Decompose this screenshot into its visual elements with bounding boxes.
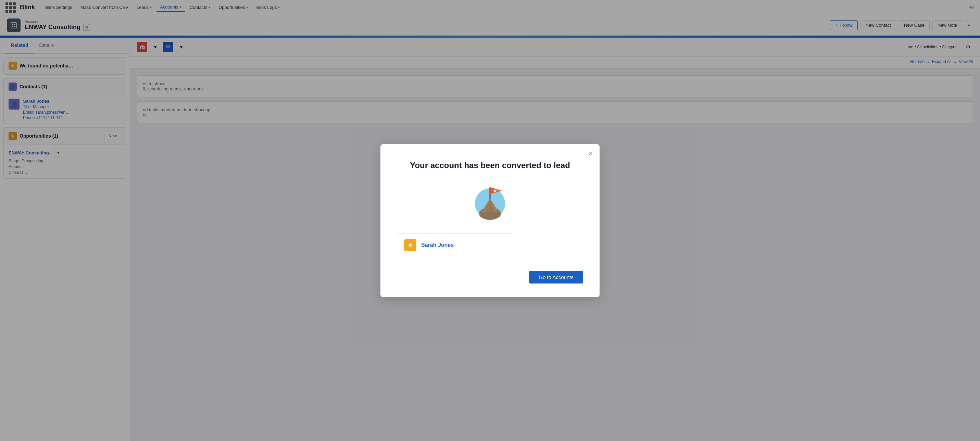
modal-footer: Go to Accounts (397, 271, 583, 283)
modal-close-button[interactable]: × (588, 150, 593, 157)
conversion-modal: × Your account has been converted to lea… (380, 144, 600, 297)
modal-title: Your account has been converted to lead (397, 161, 583, 170)
lead-avatar-icon: ★ (404, 239, 416, 251)
modal-illustration: ★ (397, 181, 583, 222)
go-to-accounts-button[interactable]: Go to Accounts (529, 271, 583, 283)
lead-name[interactable]: Sarah Jones (421, 242, 454, 248)
lead-card: ★ Sarah Jones (397, 233, 513, 257)
svg-text:★: ★ (493, 189, 497, 193)
modal-overlay: × Your account has been converted to lea… (0, 0, 980, 441)
